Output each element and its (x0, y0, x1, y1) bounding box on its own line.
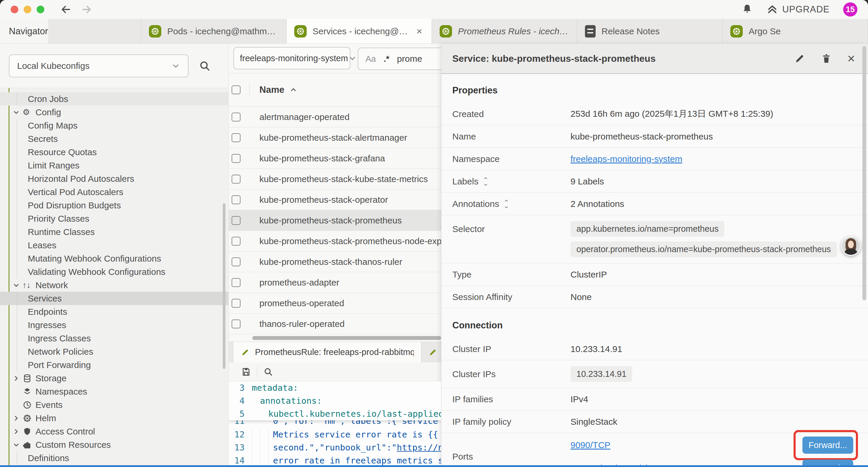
row-checkbox[interactable] (231, 133, 241, 142)
user-avatar[interactable] (841, 236, 861, 256)
sidebar-item-ingresses[interactable]: Ingresses (0, 318, 228, 332)
close-window-button[interactable] (11, 6, 18, 13)
row-checkbox[interactable] (231, 237, 241, 245)
bell-icon[interactable] (742, 3, 753, 14)
row-checkbox[interactable] (231, 113, 241, 121)
sidebar-item-validating-webhook-configurations[interactable]: Validating Webhook Configurations (0, 265, 228, 279)
sidebar-item-runtime-classes[interactable]: Runtime Classes (0, 225, 228, 238)
sidebar-item-namespaces[interactable]: Namespaces (0, 385, 228, 398)
service-name: kube-prometheus-stack-operator (259, 195, 388, 205)
sidebar-item-ingress-classes[interactable]: Ingress Classes (0, 332, 228, 345)
tab-release-notes[interactable]: Release Notes (577, 19, 723, 43)
sidebar-item-events[interactable]: Events (0, 398, 228, 411)
sidebar-item-leases[interactable]: Leases (0, 238, 228, 252)
save-icon[interactable] (235, 367, 257, 377)
minimize-window-button[interactable] (24, 6, 31, 13)
sidebar-item-services[interactable]: Services (0, 292, 228, 305)
sidebar-item-vertical-pod-autoscalers[interactable]: Vertical Pod Autoscalers (0, 185, 228, 199)
row-checkbox[interactable] (231, 154, 241, 163)
sidebar-item-resource-quotas[interactable]: Resource Quotas (0, 145, 228, 159)
sidebar-item-endpoints[interactable]: Endpoints (0, 305, 228, 318)
editor-tab-next[interactable] (421, 342, 441, 362)
row-checkbox[interactable] (231, 216, 241, 225)
sidebar-item-helm[interactable]: Helm (0, 411, 228, 425)
regex-toggle[interactable]: .* (383, 54, 389, 64)
tab-services-icecheng-math[interactable]: Services - icecheng@math...× (286, 19, 432, 43)
tab-navigator[interactable]: Navigator (0, 19, 48, 43)
sidebar-item-horizontal-pod-autoscalers[interactable]: Horizontal Pod Autoscalers (0, 172, 228, 185)
table-row[interactable]: kube-prometheus-stack-prometheus-node-ex… (229, 231, 441, 252)
detail-panel-scrollbar[interactable] (862, 46, 866, 300)
sidebar-item-priority-classes[interactable]: Priority Classes (0, 212, 228, 225)
delete-icon[interactable] (821, 52, 832, 65)
tree-indent-guide (17, 332, 17, 345)
sidebar-item-access-control[interactable]: Access Control (0, 425, 228, 438)
sidebar-item-pod-disruption-budgets[interactable]: Pod Disruption Budgets (0, 199, 228, 212)
close-icon[interactable]: × (847, 52, 855, 65)
kubeconfig-selector[interactable]: Local Kubeconfigs (9, 54, 188, 78)
tab-pods-icecheng-mathmas[interactable]: Pods - icecheng@mathmas... (141, 19, 286, 43)
forward-button[interactable]: Forward... (802, 437, 853, 454)
editor-tab-prometheusrule[interactable]: PrometheusRule: freeleaps-prod-rabbitmq (234, 342, 421, 362)
sort-toggle-icon[interactable] (483, 177, 489, 186)
row-checkbox[interactable] (231, 195, 241, 204)
close-tab-icon[interactable]: × (414, 25, 424, 37)
table-row[interactable]: kube-prometheus-stack-thanos-ruler (229, 252, 441, 272)
sidebar-item-mutating-webhook-configurations[interactable]: Mutating Webhook Configurations (0, 252, 228, 265)
tab-prometheus-rules-icecheng[interactable]: Prometheus Rules - icecheng... (432, 19, 577, 43)
row-checkbox[interactable] (231, 299, 241, 308)
sidebar-item-network[interactable]: ↑↓Network (0, 279, 228, 292)
upgrade-button[interactable]: UPGRADE (766, 4, 830, 16)
sidebar-item-config[interactable]: ⚙Config (0, 106, 228, 119)
table-row[interactable]: kube-prometheus-stack-grafana (229, 148, 441, 169)
forward-icon[interactable] (80, 3, 93, 16)
table-row[interactable]: thanos-ruler-operated (229, 314, 441, 334)
sidebar-item-custom-resources[interactable]: Custom Resources (0, 438, 228, 451)
sidebar-scrollbar[interactable] (223, 203, 225, 369)
name-column-header[interactable]: Name (259, 85, 297, 95)
sidebar-item-port-forwarding[interactable]: Port Forwarding (0, 358, 228, 372)
sort-toggle-icon[interactable] (503, 200, 509, 208)
yaml-editor[interactable]: 3metadata:4annotations:5kubectl.kubernet… (229, 381, 441, 467)
table-row[interactable]: alertmanager-operated (229, 107, 441, 127)
table-row[interactable]: prometheus-operated (229, 293, 441, 314)
kubernetes-icon (294, 25, 307, 37)
section-title: Connection (441, 308, 868, 338)
table-row[interactable]: kube-prometheus-stack-prometheus (229, 210, 441, 231)
edit-icon[interactable] (794, 52, 805, 65)
sidebar-item-cron-jobs[interactable]: Cron Jobs (0, 92, 228, 106)
row-checkbox[interactable] (231, 278, 241, 287)
code-line: 110", for: 'nm', labels :{ service : (229, 420, 441, 428)
port-link[interactable]: 9090/TCP (570, 440, 610, 450)
search-icon[interactable] (198, 60, 211, 72)
sidebar-item-secrets[interactable]: Secrets (0, 132, 228, 145)
tab-argo-se[interactable]: Argo Se (723, 19, 868, 43)
row-checkbox[interactable] (231, 258, 241, 266)
row-checkbox[interactable] (231, 175, 241, 183)
sidebar-item-network-policies[interactable]: Network Policies (0, 345, 228, 358)
table-row[interactable]: kube-prometheus-stack-kube-state-metrics (229, 169, 441, 189)
zoom-window-button[interactable] (37, 6, 44, 13)
table-row[interactable]: kube-prometheus-stack-operator (229, 189, 441, 210)
sidebar-item-definitions[interactable]: Definitions (0, 451, 228, 465)
match-case-toggle[interactable]: Aa (366, 54, 376, 64)
table-row[interactable]: prometheus-adapter (229, 272, 441, 293)
list-search-input[interactable]: Aa .* prome (358, 48, 441, 70)
namespace-link[interactable]: freeleaps-monitoring-system (570, 154, 682, 164)
search-icon[interactable] (257, 367, 279, 377)
namespace-selector[interactable]: freeleaps-monitoring-system (234, 47, 350, 69)
code-link[interactable]: https://net (397, 442, 441, 453)
select-all-checkbox[interactable] (231, 85, 241, 94)
sidebar-item-storage[interactable]: Storage (0, 372, 228, 385)
detail-row-labels: Labels9 Labels (441, 170, 868, 193)
sidebar-item-config-maps[interactable]: Config Maps (0, 119, 228, 132)
line-number: 4 (229, 396, 245, 406)
row-checkbox[interactable] (231, 320, 241, 328)
back-icon[interactable] (60, 3, 72, 16)
notification-badge[interactable]: 15 (843, 2, 857, 17)
sidebar-item-limit-ranges[interactable]: Limit Ranges (0, 159, 228, 172)
editor-partial-line: 110", for: 'nm', labels :{ service : (229, 420, 441, 428)
horizontal-scrollbar[interactable] (229, 334, 441, 342)
list-header: Name (229, 73, 441, 107)
table-row[interactable]: kube-prometheus-stack-alertmanager (229, 127, 441, 148)
